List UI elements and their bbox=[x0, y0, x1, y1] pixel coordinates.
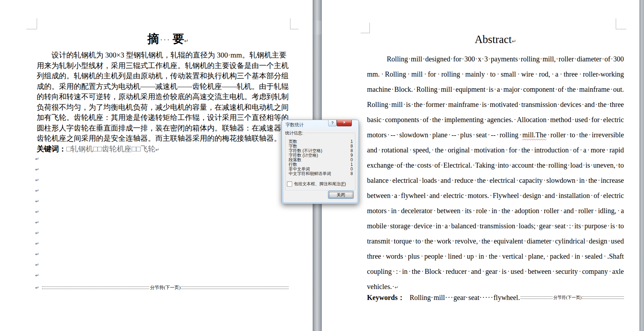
text-line: exchange·of·the·costs·of·Electrical.·Tak… bbox=[367, 158, 624, 173]
stat-value: 8 bbox=[350, 171, 353, 176]
dialog-title: 字数统计 bbox=[285, 122, 304, 128]
word-two-page-view: 摘···要↵ 设计的轧钢机为 300×3 型钢轧钢机，轧辊的直径为 300·mm… bbox=[0, 0, 644, 331]
paragraph-mark: ↵ bbox=[35, 239, 42, 249]
section-break-line bbox=[582, 296, 624, 299]
page-chinese-abstract: 摘···要↵ 设计的轧钢机为 300×3 型钢轧钢机，轧辊的直径为 300·mm… bbox=[0, 0, 313, 331]
text-line: mm.·Rolling·mill·for·rolling·mainly·to·s… bbox=[367, 67, 624, 82]
text-line: 齿轮机座之间采用的是安全连轴器。而主联轴器采用的的梅花接轴联轴器。 bbox=[37, 133, 301, 144]
paragraph-mark: ↵ bbox=[35, 260, 42, 270]
text-line: transmit·torque·to·the·work·revolve,·the… bbox=[367, 234, 624, 249]
checkbox-label: 包括文本框、脚注和尾注(F) bbox=[294, 181, 346, 187]
stat-row: 段落数0 bbox=[289, 158, 353, 162]
section-break-line bbox=[520, 296, 553, 299]
text-line: coupling·:·in·the·Block·reducer·and·gear… bbox=[367, 264, 624, 279]
fullwidth-space-marks: □轧钢机□□齿轮机座□□飞轮 bbox=[66, 145, 155, 153]
section-break-label: 分节符(下一页) bbox=[553, 291, 582, 304]
title-text-right: 要 bbox=[173, 32, 184, 45]
chinese-title: 摘···要↵ bbox=[37, 31, 299, 47]
word-count-dialog: 字数统计 ? × 统计信息: 页数1 字数8 字符数 (不计空格)8 字符数 (… bbox=[282, 120, 359, 204]
paragraph-mark: ↵ bbox=[35, 154, 42, 164]
paragraph-mark: ↵ bbox=[35, 175, 42, 186]
close-icon[interactable]: × bbox=[337, 120, 352, 126]
paragraph-mark: ↵ bbox=[35, 164, 42, 175]
paragraph-mark: ↵ bbox=[35, 217, 42, 228]
text-line: 用来为轧制小型线材，采用三辊式工作机座。轧钢机的主要设备是由一个主机 bbox=[37, 60, 301, 71]
statistics-group-label: 统计信息: bbox=[285, 130, 305, 136]
dialog-body: 统计信息: 页数1 字数8 字符数 (不计空格)8 字符数 (计空格)9 段落数… bbox=[283, 129, 357, 202]
text-line: balance·electrical·loads·and·reduce·the·… bbox=[367, 173, 624, 188]
text-line: Rolling·mill·designed·for·300·x·3·paymen… bbox=[367, 52, 624, 67]
section-break-label: 分节符(下一页) bbox=[149, 284, 181, 291]
keywords-text: Rolling·mill···gear·seat·····flywheel. bbox=[410, 291, 520, 304]
text-line: three·words·plus·people·lined·up·in·the·… bbox=[367, 249, 624, 264]
text-line: 圆柱形人字齿轮在垂直面排成一排，装在密闭的箱体内。联轴器：在减速器 bbox=[37, 123, 301, 133]
keywords-line-zh: 关键词：□轧钢机□□齿轮机座□□飞轮↵ bbox=[37, 144, 301, 154]
stat-row: 页数1 bbox=[289, 139, 353, 144]
text-line: 负荷很不均匀，为了均衡电机负荷，减少电机的容量，在减速机和电动机之间 bbox=[37, 102, 301, 113]
stat-label: 中文字符和朝鲜语单词 bbox=[289, 171, 331, 176]
title-text: Abstract bbox=[475, 33, 512, 46]
text-line: between·a·flywheel·and·electric·motors.·… bbox=[367, 188, 624, 203]
paragraph-mark: ↵ bbox=[35, 196, 42, 207]
text-line-with-spellcheck: motors·--·slowdown·plane·--·plus·seat·--… bbox=[367, 127, 624, 143]
title-text-left: 摘 bbox=[148, 32, 159, 45]
paragraph-mark: ↵ bbox=[155, 147, 159, 152]
app-background-edge bbox=[639, 0, 644, 331]
text-line: and·rotational·speed,·the·original·motiv… bbox=[367, 143, 624, 158]
paragraph-mark: ↵ bbox=[35, 270, 42, 281]
include-footnotes-checkbox[interactable] bbox=[287, 181, 292, 187]
section-break: ↵ 分节符(下一页) bbox=[35, 284, 289, 291]
paragraph-mark: ↵ bbox=[35, 186, 42, 196]
text-line: basic·components·of·the·implementing·age… bbox=[367, 112, 624, 127]
keywords-label-zh: 关键词： bbox=[37, 145, 66, 153]
misspelled-word: mill.The bbox=[522, 127, 546, 143]
help-icon[interactable]: ? bbox=[328, 120, 337, 126]
text-line: 设计的轧钢机为 300×3 型钢轧钢机，轧辊的直径为 300·mm。轧钢机主要 bbox=[37, 50, 301, 60]
text-line: 加有飞轮。齿轮机座：其用途是传递转矩给工作辊，设计采用三个直径相等的 bbox=[37, 112, 301, 123]
paragraph-mark: ↵ bbox=[35, 285, 39, 290]
paragraph-mark: ↵ bbox=[512, 38, 516, 44]
english-title: Abstract↵ bbox=[367, 33, 624, 46]
paragraph-mark: ↵ bbox=[184, 38, 189, 44]
text-line: machine·Block.·Rolling·mill·equipment·is… bbox=[367, 82, 624, 97]
paragraph-mark: ↵ bbox=[35, 249, 42, 260]
close-button[interactable]: 关闭 bbox=[328, 191, 354, 199]
keywords-label-en: Keywords： bbox=[367, 291, 405, 304]
paragraph-mark: ↵ bbox=[35, 228, 42, 239]
section-break-line bbox=[181, 287, 289, 289]
section-break: 分节符(下一页) bbox=[520, 291, 624, 304]
scrollbar-thumb[interactable] bbox=[313, 20, 321, 35]
text-line: 成的。采用的配置方式为电动机——减速机——齿轮机座——轧机。由于轧辊 bbox=[37, 81, 301, 92]
text-line: Rolling·mill·is·the·former·mainframe·is·… bbox=[367, 97, 624, 112]
stat-row: 中文字符和朝鲜语单词8 bbox=[289, 171, 353, 176]
paragraph-mark: ↵ bbox=[35, 207, 42, 217]
text-line: motors·in·decelerator·between·its·role·i… bbox=[367, 203, 624, 218]
text-line: 列组成的。轧钢机的主机列是由原动机，传动装置和执行机构三个基本部分组 bbox=[37, 71, 301, 81]
text-line: 的转向和转速不可逆转，原动机采用造价较底的高速交流主电机。考虑到轧制 bbox=[37, 91, 301, 102]
include-footnotes-row: 包括文本框、脚注和尾注(F) bbox=[287, 181, 346, 187]
keywords-line-en: Keywords：Rolling·mill···gear·seat·····fl… bbox=[367, 291, 624, 304]
section-break-line bbox=[42, 287, 149, 289]
text-line: mobile·storage·device·in·a·balanced·tran… bbox=[367, 218, 624, 234]
space-marks: ··· bbox=[159, 37, 173, 43]
